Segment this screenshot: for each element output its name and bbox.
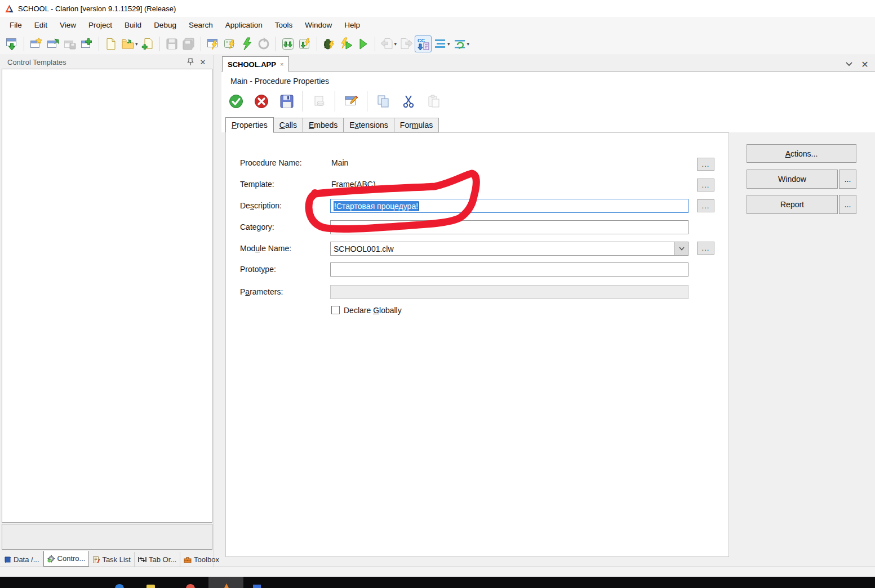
- tab-formulas[interactable]: Formulas: [394, 118, 439, 132]
- edit-window-icon[interactable]: [343, 93, 359, 109]
- window-button[interactable]: Window: [747, 170, 838, 189]
- menu-project[interactable]: Project: [82, 19, 118, 32]
- menu-edit[interactable]: Edit: [28, 19, 54, 32]
- window-more-button[interactable]: ...: [839, 170, 856, 189]
- toolbox-icon: [184, 556, 192, 563]
- taskbar-app-icon-blue2[interactable]: [252, 582, 263, 588]
- parameters-field: [330, 285, 689, 299]
- menu-window[interactable]: Window: [299, 19, 338, 32]
- forward-icon[interactable]: [398, 35, 415, 52]
- menu-search[interactable]: Search: [183, 19, 219, 32]
- dock-tab-controls[interactable]: OK Contro...: [43, 551, 90, 567]
- category-field[interactable]: [330, 220, 689, 234]
- cancel-build-icon[interactable]: [255, 35, 272, 52]
- tab-embeds[interactable]: Embeds: [303, 118, 344, 132]
- description-field[interactable]: !Стартовая процедура!: [330, 199, 689, 213]
- close-document-icon[interactable]: ✕: [859, 59, 870, 69]
- save-application-icon[interactable]: [61, 35, 78, 52]
- menu-application[interactable]: Application: [219, 19, 269, 32]
- close-panel-icon[interactable]: ✕: [197, 57, 209, 67]
- toolbar-separator: [159, 37, 160, 51]
- update-versions-icon[interactable]: [279, 35, 296, 52]
- menu-help[interactable]: Help: [338, 19, 366, 32]
- list-options-icon[interactable]: [432, 35, 448, 52]
- redo-options-dropdown-icon[interactable]: ▾: [467, 41, 470, 47]
- main-toolbar: ▾ ▾ CC: [0, 33, 875, 55]
- gear-icon: OK: [47, 555, 55, 563]
- add-file-icon[interactable]: [139, 35, 156, 52]
- menu-build[interactable]: Build: [118, 19, 148, 32]
- cancel-icon[interactable]: [254, 93, 269, 109]
- ok-icon[interactable]: [228, 93, 244, 109]
- build-icon[interactable]: [238, 35, 255, 52]
- dock-tab-toolbox[interactable]: Toolbox: [180, 552, 223, 567]
- cut-icon[interactable]: [401, 93, 416, 109]
- procedure-properties-pane: Main - Procedure Properties: [221, 72, 875, 567]
- declare-globally-checkbox[interactable]: [331, 306, 340, 314]
- generate-app-icon[interactable]: [3, 35, 20, 52]
- report-more-button[interactable]: ...: [839, 195, 856, 214]
- add-procedure-icon[interactable]: [78, 35, 95, 52]
- open-file-icon[interactable]: [119, 35, 136, 52]
- redo-options-icon[interactable]: [451, 35, 468, 52]
- tab-calls[interactable]: Calls: [274, 118, 303, 132]
- control-templates-list[interactable]: [2, 69, 212, 523]
- taskbar-app-icon-blue[interactable]: [114, 582, 125, 588]
- menu-tools[interactable]: Tools: [269, 19, 299, 32]
- report-button[interactable]: Report: [747, 195, 838, 214]
- generate-update-icon[interactable]: [296, 35, 313, 52]
- paste-icon[interactable]: [426, 93, 442, 109]
- window-bottom-edge: [0, 567, 875, 577]
- back-dropdown-icon[interactable]: ▾: [394, 41, 397, 47]
- taborder-icon: [138, 556, 146, 563]
- toolbar-separator: [375, 37, 375, 51]
- copy-icon[interactable]: [375, 93, 391, 109]
- copy-procedure-icon[interactable]: [311, 93, 327, 109]
- menu-debug[interactable]: Debug: [148, 19, 183, 32]
- tab-properties[interactable]: Properties: [225, 117, 274, 133]
- menu-file[interactable]: File: [3, 19, 28, 32]
- module-name-more-button[interactable]: ...: [697, 242, 714, 255]
- list-options-dropdown-icon[interactable]: ▾: [447, 41, 450, 47]
- template-more-button[interactable]: ...: [697, 179, 714, 191]
- generate-all-icon[interactable]: [221, 35, 238, 52]
- open-file-dropdown-icon[interactable]: ▾: [135, 41, 138, 47]
- taskbar-app-icon-red[interactable]: [185, 582, 196, 588]
- prototype-label: Prototype:: [240, 265, 276, 274]
- run-icon[interactable]: [354, 35, 371, 52]
- prototype-field[interactable]: [330, 262, 689, 277]
- procedure-name-more-button[interactable]: ...: [697, 158, 714, 171]
- tab-extensions[interactable]: Extensions: [344, 118, 394, 132]
- tab-list-chevron-icon[interactable]: [843, 59, 855, 69]
- taskbar-app-icon-yellow[interactable]: [146, 582, 156, 588]
- new-application-icon[interactable]: [28, 35, 45, 52]
- title-bar: SCHOOL - Clarion [version 9.1.11529] (Re…: [0, 0, 875, 17]
- document-tab-close-icon[interactable]: ×: [280, 61, 283, 68]
- dock-tab-taborder[interactable]: Tab Or...: [135, 552, 180, 567]
- actions-button[interactable]: Actions...: [747, 144, 856, 163]
- new-file-icon[interactable]: [103, 35, 119, 52]
- save-icon[interactable]: [163, 35, 180, 52]
- open-application-icon[interactable]: [45, 35, 61, 52]
- pin-icon[interactable]: [184, 57, 197, 67]
- menu-bar: File Edit View Project Build Debug Searc…: [0, 17, 875, 33]
- debug-icon[interactable]: [321, 35, 337, 52]
- dock-tab-data[interactable]: Data /...: [1, 552, 43, 567]
- dock-tab-tasklist[interactable]: Task List: [89, 552, 135, 567]
- save-procedure-icon[interactable]: [279, 93, 295, 109]
- module-name-combobox[interactable]: SCHOOL001.clw: [330, 242, 689, 256]
- taskbar-app-icon-clarion[interactable]: [222, 582, 231, 588]
- module-name-value: SCHOOL001.clw: [334, 244, 394, 253]
- description-more-button[interactable]: ...: [697, 199, 714, 212]
- module-name-dropdown-icon[interactable]: [674, 242, 688, 255]
- back-icon[interactable]: [379, 35, 396, 52]
- generate-current-icon[interactable]: [205, 35, 221, 52]
- document-area: SCHOOL.APP × ✕ Main - Procedure Properti…: [221, 56, 875, 567]
- document-tab-school-app[interactable]: SCHOOL.APP ×: [222, 56, 289, 72]
- panel-header: Control Templates ✕: [0, 55, 214, 69]
- save-all-icon[interactable]: [180, 35, 197, 52]
- code-completion-icon[interactable]: CC: [415, 35, 432, 52]
- toolbar-separator: [24, 37, 24, 51]
- run-without-debugger-icon[interactable]: [337, 35, 354, 52]
- menu-view[interactable]: View: [54, 19, 82, 32]
